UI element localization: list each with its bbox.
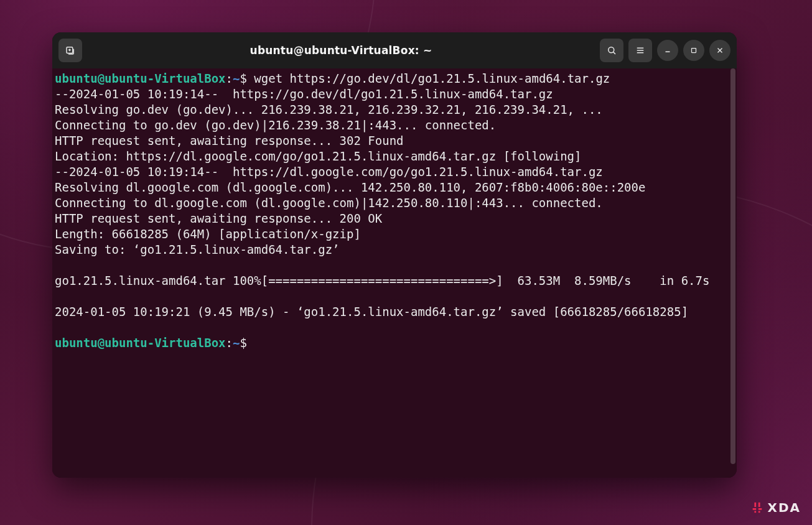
prompt-path: ~ (233, 336, 240, 350)
terminal-line: Location: https://dl.google.com/go/go1.2… (55, 149, 581, 163)
terminal-line: 2024-01-05 10:19:21 (9.45 MB/s) - ‘go1.2… (55, 305, 688, 318)
search-icon (606, 45, 617, 56)
prompt-user-host: ubuntu@ubuntu-VirtualBox (55, 336, 226, 350)
prompt-colon: : (226, 72, 233, 85)
terminal-line: HTTP request sent, awaiting response... … (55, 211, 382, 225)
menu-button[interactable] (628, 39, 652, 62)
minimize-icon (663, 46, 672, 55)
svg-line-2 (614, 52, 615, 54)
maximize-icon (690, 47, 698, 54)
scrollbar[interactable] (730, 68, 735, 474)
window-title: ubuntu@ubuntu-VirtualBox: ~ (87, 44, 595, 57)
prompt-dollar: $ (240, 336, 254, 350)
maximize-button[interactable] (683, 40, 704, 61)
terminal-line: Length: 66618285 (64M) [application/x-gz… (55, 227, 361, 241)
close-button[interactable] (709, 40, 730, 61)
prompt-colon: : (226, 336, 233, 350)
terminal-window: ubuntu@ubuntu-VirtualBox: ~ (52, 32, 737, 478)
terminal-line: Resolving go.dev (go.dev)... 216.239.38.… (55, 103, 603, 116)
titlebar: ubuntu@ubuntu-VirtualBox: ~ (52, 32, 737, 68)
terminal-line: HTTP request sent, awaiting response... … (55, 134, 404, 147)
desktop-background: ubuntu@ubuntu-VirtualBox: ~ (0, 0, 812, 525)
terminal-line: Saving to: ‘go1.21.5.linux-amd64.tar.gz’ (55, 243, 340, 256)
hamburger-icon (635, 45, 646, 56)
terminal-line: go1.21.5.linux-amd64.tar 100%[==========… (55, 274, 709, 287)
minimize-button[interactable] (657, 40, 678, 61)
prompt-path: ~ (233, 72, 240, 85)
terminal-line: --2024-01-05 10:19:14-- https://go.dev/d… (55, 87, 553, 101)
scrollbar-thumb[interactable] (730, 68, 735, 464)
terminal-output[interactable]: ubuntu@ubuntu-VirtualBox:~$ wget https:/… (55, 71, 730, 351)
search-button[interactable] (600, 39, 623, 62)
new-tab-icon (65, 45, 76, 56)
svg-point-1 (609, 47, 614, 53)
terminal-line: Connecting to go.dev (go.dev)|216.239.38… (55, 118, 496, 132)
terminal-line: --2024-01-05 10:19:14-- https://dl.googl… (55, 165, 603, 179)
xda-watermark: XDA (750, 500, 801, 515)
terminal-body[interactable]: ubuntu@ubuntu-VirtualBox:~$ wget https:/… (52, 68, 737, 478)
xda-logo-text: XDA (768, 500, 801, 515)
close-icon (716, 46, 724, 55)
prompt-user-host: ubuntu@ubuntu-VirtualBox (55, 72, 226, 85)
xda-logo-icon (750, 501, 764, 514)
terminal-line: Connecting to dl.google.com (dl.google.c… (55, 196, 603, 210)
terminal-line: Resolving dl.google.com (dl.google.com).… (55, 180, 645, 194)
svg-rect-7 (692, 49, 696, 53)
terminal-command: wget https://go.dev/dl/go1.21.5.linux-am… (254, 72, 610, 85)
prompt-dollar: $ (240, 72, 254, 85)
new-tab-button[interactable] (58, 39, 82, 62)
